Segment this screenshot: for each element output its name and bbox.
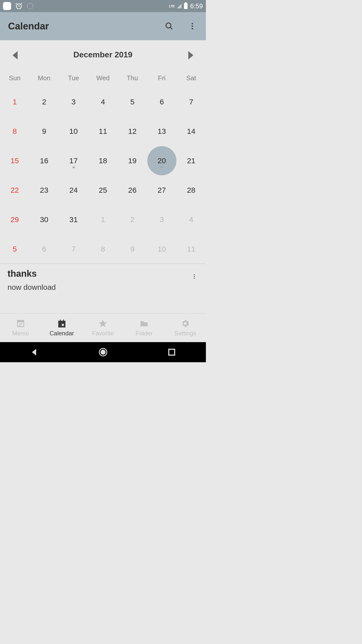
- calendar-day[interactable]: 23: [29, 175, 59, 205]
- app-bar-actions: [164, 21, 198, 32]
- nav-label: Memo: [12, 330, 29, 337]
- event-item[interactable]: thanks now download: [0, 264, 206, 296]
- calendar-day[interactable]: 16: [29, 146, 59, 175]
- loading-icon: [27, 3, 34, 10]
- calendar-day[interactable]: 11: [88, 116, 118, 146]
- nav-memo[interactable]: Memo: [0, 313, 41, 342]
- svg-rect-18: [60, 319, 61, 321]
- more-button[interactable]: [187, 21, 198, 32]
- nav-label: Favorite: [92, 330, 114, 337]
- nav-label: Calendar: [50, 330, 74, 337]
- calendar-day[interactable]: 3: [147, 205, 176, 234]
- calendar-day[interactable]: 15: [0, 146, 29, 175]
- chevron-left-icon: [13, 51, 18, 59]
- calendar-day[interactable]: 19: [118, 146, 147, 175]
- next-month-button[interactable]: [188, 51, 193, 58]
- svg-marker-20: [99, 319, 107, 327]
- calendar-day[interactable]: 14: [176, 116, 206, 146]
- system-navigation: [0, 342, 206, 362]
- system-back-button[interactable]: [29, 347, 39, 357]
- calendar-day[interactable]: 18: [88, 146, 118, 175]
- calendar-day[interactable]: 27: [147, 175, 176, 205]
- calendar-icon: [57, 319, 67, 328]
- calendar-day[interactable]: 31: [59, 205, 88, 234]
- calendar-day[interactable]: 8: [88, 234, 118, 264]
- calendar-day[interactable]: 10: [59, 116, 88, 146]
- calendar-day[interactable]: 7: [59, 234, 88, 264]
- clock-time: 6:59: [190, 2, 203, 10]
- svg-point-1: [27, 3, 33, 9]
- calendar-day[interactable]: 30: [29, 205, 59, 234]
- weekday-mon: Mon: [29, 69, 59, 87]
- weekday-fri: Fri: [147, 69, 176, 87]
- weekday-header: Sun Mon Tue Wed Thu Fri Sat: [0, 69, 206, 87]
- calendar-day[interactable]: 8: [0, 116, 29, 146]
- calendar-day[interactable]: 2: [29, 87, 59, 116]
- system-home-button[interactable]: [98, 347, 108, 357]
- app-icon: [3, 2, 11, 10]
- back-icon: [29, 347, 39, 357]
- calendar-day[interactable]: 17: [59, 146, 88, 175]
- month-year-label[interactable]: December 2019: [73, 50, 132, 59]
- calendar-day[interactable]: 4: [88, 87, 118, 116]
- svg-marker-7: [13, 51, 18, 59]
- calendar-day[interactable]: 2: [118, 205, 147, 234]
- calendar-day[interactable]: 5: [118, 87, 147, 116]
- calendar-day[interactable]: 10: [147, 234, 176, 264]
- calendar-day[interactable]: 25: [88, 175, 118, 205]
- calendar-day[interactable]: 12: [118, 116, 147, 146]
- svg-point-11: [194, 278, 195, 279]
- calendar-day[interactable]: 21: [176, 146, 206, 175]
- svg-point-5: [192, 25, 193, 27]
- app-bar: Calendar: [0, 12, 206, 40]
- weekday-sat: Sat: [176, 69, 206, 87]
- month-navigation: December 2019: [0, 40, 206, 69]
- event-more-button[interactable]: [190, 272, 198, 280]
- svg-point-23: [101, 350, 105, 354]
- calendar-day[interactable]: 3: [59, 87, 88, 116]
- nav-label: Settings: [174, 330, 196, 337]
- calendar-day[interactable]: 29: [0, 205, 29, 234]
- chevron-right-icon: [188, 51, 193, 59]
- bottom-navigation: Memo Calendar Favorite Folder Settings: [0, 313, 206, 342]
- svg-marker-8: [188, 51, 193, 59]
- system-recent-button[interactable]: [167, 347, 177, 357]
- calendar-day[interactable]: 1: [88, 205, 118, 234]
- status-bar: LTE 6:59: [0, 0, 206, 12]
- calendar-day[interactable]: 5: [0, 234, 29, 264]
- svg-rect-19: [63, 319, 64, 321]
- calendar-day[interactable]: 6: [29, 234, 59, 264]
- search-button[interactable]: [164, 21, 175, 32]
- nav-label: Folder: [135, 330, 153, 337]
- prev-month-button[interactable]: [13, 51, 18, 58]
- calendar-day[interactable]: 28: [176, 175, 206, 205]
- more-vert-icon: [191, 273, 197, 279]
- svg-rect-16: [58, 321, 65, 323]
- weekday-thu: Thu: [118, 69, 147, 87]
- calendar-day[interactable]: 7: [176, 87, 206, 116]
- page-title: Calendar: [8, 21, 49, 32]
- nav-favorite[interactable]: Favorite: [82, 313, 124, 342]
- calendar-day[interactable]: 26: [118, 175, 147, 205]
- calendar-day[interactable]: 22: [0, 175, 29, 205]
- svg-marker-21: [32, 349, 36, 356]
- calendar-day[interactable]: 20: [147, 146, 176, 175]
- more-vert-icon: [188, 22, 197, 30]
- svg-point-10: [194, 276, 195, 277]
- nav-settings[interactable]: Settings: [165, 313, 206, 342]
- event-dot: [161, 166, 163, 168]
- nav-folder[interactable]: Folder: [123, 313, 165, 342]
- calendar-day[interactable]: 4: [176, 205, 206, 234]
- calendar-day[interactable]: 9: [118, 234, 147, 264]
- calendar-day[interactable]: 11: [176, 234, 206, 264]
- calendar-day[interactable]: 6: [147, 87, 176, 116]
- svg-rect-12: [17, 320, 24, 322]
- calendar-day[interactable]: 24: [59, 175, 88, 205]
- nav-calendar[interactable]: Calendar: [41, 313, 82, 342]
- star-icon: [98, 319, 108, 328]
- calendar-day[interactable]: 9: [29, 116, 59, 146]
- calendar-day[interactable]: 13: [147, 116, 176, 146]
- search-icon: [165, 22, 173, 30]
- calendar-day[interactable]: 1: [0, 87, 29, 116]
- svg-point-6: [192, 28, 193, 29]
